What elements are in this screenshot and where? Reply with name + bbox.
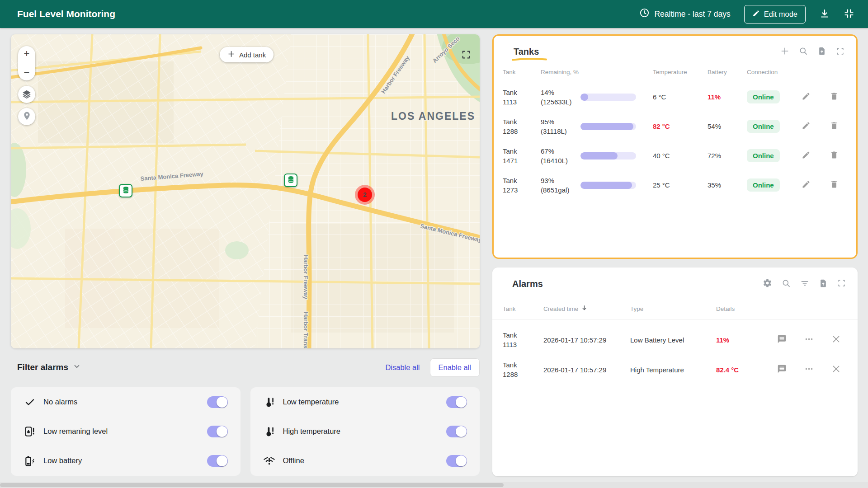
- alarm-created-time: 2026-01-17 10:57:29: [543, 336, 630, 344]
- time-range-selector[interactable]: Realtime - last 7 days: [639, 8, 730, 20]
- edit-tank-button[interactable]: [802, 121, 811, 131]
- remaining-bar: [580, 94, 636, 101]
- add-tank-row-button[interactable]: [780, 47, 789, 57]
- search-alarms-button[interactable]: [782, 279, 791, 289]
- filter-alarms-button[interactable]: [800, 279, 809, 289]
- collapse-button[interactable]: [844, 8, 854, 20]
- alarm-dismiss-button[interactable]: [831, 364, 841, 375]
- expand-tanks-button[interactable]: [836, 47, 844, 57]
- remaining-bar: [580, 123, 636, 130]
- filter-alarms-dropdown[interactable]: Filter alarms: [17, 362, 81, 373]
- col-tank: Tank: [503, 305, 543, 312]
- alarm-table-row: Tank1113 2026-01-17 10:57:29 Low Battery…: [492, 325, 858, 355]
- right-column: Tanks Tank Remaining, % Temperature: [492, 34, 858, 476]
- map-zoom-control: + −: [18, 46, 35, 80]
- delete-tank-button[interactable]: [830, 92, 839, 102]
- battery-alert-icon: [24, 455, 36, 467]
- alarm-dismiss-button[interactable]: [831, 334, 841, 345]
- filter-toggle[interactable]: [207, 426, 228, 437]
- filter-alarms-label: Filter alarms: [17, 362, 68, 372]
- edit-tank-button[interactable]: [802, 180, 811, 190]
- filter-item-label: Low temperature: [283, 398, 339, 406]
- tank-id: 1288: [503, 127, 541, 136]
- left-column: Santa Monica Freeway Santa Monica Freewa…: [11, 34, 480, 476]
- filter-card-left: No alarms Low remaning level Low battery: [11, 387, 241, 476]
- road-label-harbor-trans: Harbor Trans: [302, 312, 309, 348]
- tank-remaining-volume: (125633L): [541, 97, 580, 107]
- tank-name: Tank: [503, 117, 541, 127]
- zoom-in-button[interactable]: +: [24, 49, 30, 59]
- toggle-knob: [217, 426, 227, 437]
- col-remaining: Remaining, %: [541, 69, 580, 75]
- scrollbar-thumb[interactable]: [0, 483, 504, 487]
- edit-tank-button[interactable]: [802, 92, 811, 102]
- alarm-created-time: 2026-01-17 10:57:29: [543, 366, 630, 374]
- filter-toggle-cards: No alarms Low remaning level Low battery…: [11, 387, 480, 476]
- tank-map-marker[interactable]: [284, 174, 297, 187]
- edit-icon: [802, 121, 811, 131]
- filter-toggle[interactable]: [446, 455, 467, 467]
- horizontal-scrollbar[interactable]: [0, 482, 868, 488]
- enable-all-button[interactable]: Enable all: [430, 358, 480, 377]
- delete-tank-button[interactable]: [830, 121, 839, 131]
- tanks-panel-actions: [780, 47, 844, 57]
- map-fullscreen-button[interactable]: [461, 50, 471, 61]
- alarm-comment-button[interactable]: [777, 334, 787, 345]
- add-tank-button[interactable]: Add tank: [220, 47, 274, 62]
- alarm-more-button[interactable]: [804, 334, 814, 345]
- export-alarms-button[interactable]: [819, 279, 828, 289]
- delete-tank-button[interactable]: [830, 150, 839, 161]
- filter-toggle[interactable]: [446, 396, 467, 408]
- search-tanks-button[interactable]: [799, 47, 808, 57]
- search-icon: [782, 279, 791, 289]
- tanks-panel: Tanks Tank Remaining, % Temperature: [492, 34, 858, 259]
- expand-alarms-button[interactable]: [837, 279, 846, 289]
- tanks-panel-header: Tanks: [494, 36, 856, 57]
- filter-item-label: Low battery: [43, 456, 82, 465]
- zoom-out-button[interactable]: −: [24, 68, 30, 78]
- disable-all-button[interactable]: Disable all: [385, 363, 420, 372]
- download-button[interactable]: [819, 8, 830, 20]
- col-created-time[interactable]: Created time: [543, 305, 630, 313]
- tank-map-marker[interactable]: [119, 184, 132, 197]
- dashboard-body: Santa Monica Freeway Santa Monica Freewa…: [0, 28, 868, 476]
- delete-icon: [830, 92, 839, 102]
- tanks-table-header: Tank Remaining, % Temperature Battery Co…: [494, 69, 856, 75]
- filter-toggle[interactable]: [207, 455, 228, 467]
- tank-temperature: 82 °C: [645, 122, 698, 130]
- filter-alarms-bar: Filter alarms Disable all Enable all: [11, 357, 480, 377]
- fuel-monitoring-dashboard: Fuel Level Monitoring Realtime - last 7 …: [0, 0, 868, 488]
- location-pin-icon: [22, 111, 32, 122]
- remaining-bar: [580, 182, 636, 189]
- filter-toggle[interactable]: [446, 426, 467, 437]
- pencil-icon: [752, 9, 760, 19]
- filter-toggle[interactable]: [207, 396, 228, 408]
- alarm-more-button[interactable]: [804, 364, 814, 375]
- edit-tank-button[interactable]: [802, 150, 811, 161]
- filter-item-label: High temperature: [283, 427, 340, 436]
- delete-icon: [830, 180, 839, 190]
- map-layers-button[interactable]: [18, 86, 35, 103]
- edit-mode-label: Edit mode: [764, 10, 797, 19]
- tank-temperature: 25 °C: [645, 181, 698, 189]
- alarm-comment-button[interactable]: [777, 364, 787, 375]
- filter-item: Offline: [255, 446, 476, 475]
- more-icon: [804, 334, 814, 345]
- filter-item-label: Offline: [283, 456, 304, 465]
- tank-table-row: Tank1471 67%(16410L) 40 °C 72% Online: [494, 141, 856, 170]
- edit-mode-button[interactable]: Edit mode: [744, 5, 806, 23]
- export-tanks-button[interactable]: [817, 47, 826, 57]
- map-location-button[interactable]: [18, 108, 35, 125]
- edit-icon: [802, 92, 811, 102]
- alarms-panel-header: Alarms: [492, 267, 858, 289]
- connection-status-badge: Online: [747, 120, 780, 133]
- alarm-cluster-marker[interactable]: 2: [355, 185, 375, 205]
- edit-icon: [802, 150, 811, 161]
- toggle-knob: [217, 455, 227, 466]
- delete-tank-button[interactable]: [830, 180, 839, 190]
- tank-remaining-volume: (16410L): [541, 156, 580, 165]
- tank-battery: 54%: [698, 122, 738, 130]
- tanks-panel-title: Tanks: [514, 47, 539, 57]
- map[interactable]: Santa Monica Freeway Santa Monica Freewa…: [11, 34, 480, 348]
- alarms-settings-button[interactable]: [763, 278, 772, 289]
